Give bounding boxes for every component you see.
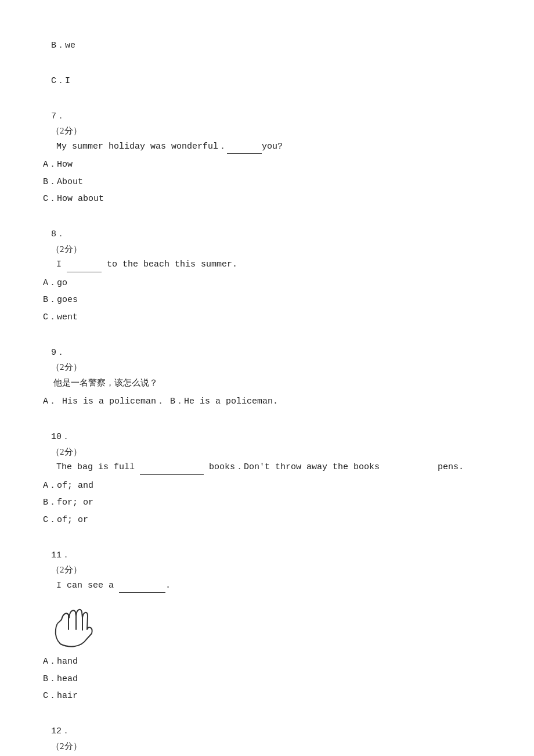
q7-option-b: B．About — [41, 175, 493, 190]
q10-option-c: C．of; or — [41, 513, 493, 528]
question-11: 11． （2分） I can see a . — [41, 533, 493, 593]
q10-option-b: B．for; or — [41, 495, 493, 510]
option-b-we: B．we — [41, 23, 493, 53]
question-7: 7． （2分） My summer holiday was wonderful．… — [41, 94, 493, 154]
question-9: 9． （2分） 他是一名警察，该怎么说？ — [41, 330, 493, 391]
q11-option-b: B．head — [41, 672, 493, 687]
q7-option-c: C．How about — [41, 192, 493, 207]
option-c-i: C．I — [41, 59, 493, 88]
q11-option-a: A．hand — [41, 654, 493, 669]
question-12: 12． （2分） Orange, orange. Sit . — [41, 710, 493, 757]
q7-option-a: A．How — [41, 157, 493, 172]
question-10: 10． （2分） The bag is full books．Don't thr… — [41, 415, 493, 475]
q11-option-c: C．hair — [41, 689, 493, 704]
q8-option-c: C．went — [41, 310, 493, 325]
q10-option-a: A．of; and — [41, 478, 493, 494]
hand-image — [43, 597, 107, 650]
q8-option-b: B．goes — [41, 293, 493, 308]
q9-option-ab: A． His is a policeman． B．He is a policem… — [41, 394, 493, 409]
q8-option-a: A．go — [41, 276, 493, 291]
question-8: 8． （2分） I to the beach this summer. — [41, 213, 493, 272]
